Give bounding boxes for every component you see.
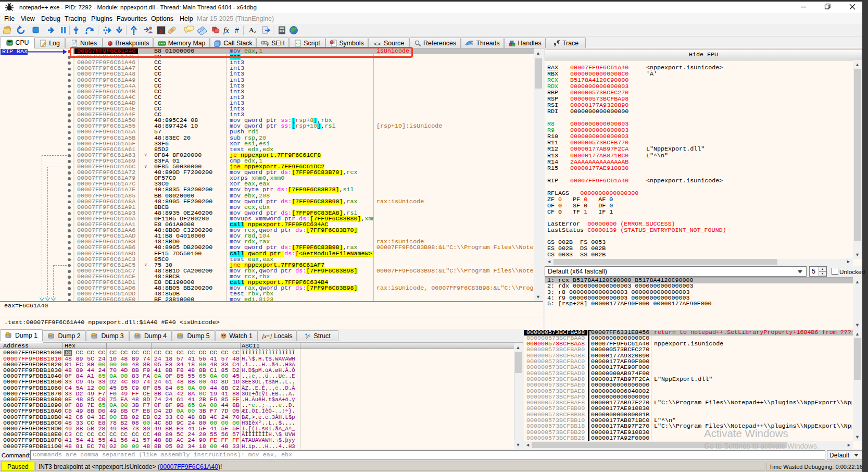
svg-text:<>: <> [374,41,381,47]
svg-text:S: S [159,27,163,34]
svg-text:!: ! [267,43,268,46]
svg-text:fx: fx [223,26,229,34]
svg-text:<>: <> [296,42,300,46]
svg-text:z: z [254,29,256,34]
svg-text:A: A [249,26,254,34]
svg-text:#: # [235,26,239,34]
svg-text:64: 64 [8,42,11,45]
